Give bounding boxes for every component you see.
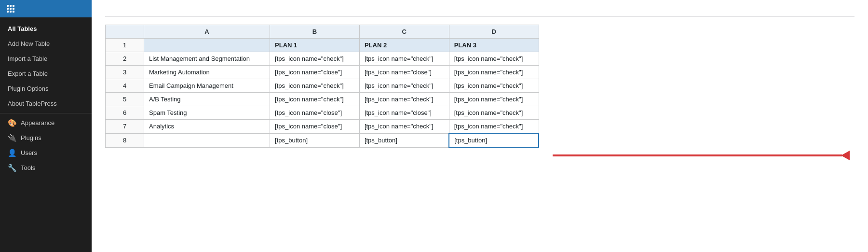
- table-cell[interactable]: [tps_button]: [359, 133, 449, 147]
- table-cell: List Management and Segmentation: [144, 52, 270, 66]
- main-content: ABCD 1PLAN 1PLAN 2PLAN 32List Management…: [92, 0, 868, 252]
- row-number-2: 2: [106, 52, 144, 66]
- row-number-7: 7: [106, 120, 144, 134]
- table-cell[interactable]: [tps_icon name="check"]: [449, 93, 539, 106]
- row-number-3: 3: [106, 66, 144, 79]
- col-header-a: A: [144, 25, 270, 39]
- table-content: ABCD 1PLAN 1PLAN 2PLAN 32List Management…: [105, 25, 539, 148]
- row-number-4: 4: [106, 79, 144, 93]
- arrow-head: [841, 151, 850, 160]
- table-row: 1PLAN 1PLAN 2PLAN 3: [106, 39, 539, 52]
- table-row: 4Email Campaign Management[tps_icon name…: [106, 79, 539, 93]
- table-cell[interactable]: [tps_icon name="check"]: [449, 79, 539, 93]
- sidebar-item-users[interactable]: 👤Users: [0, 145, 92, 160]
- sidebar-item-label-appearance: Appearance: [21, 119, 54, 126]
- sidebar-item-plugin-options[interactable]: Plugin Options: [0, 81, 92, 96]
- arrow-annotation: [105, 151, 854, 160]
- col-header-d: D: [449, 25, 539, 39]
- row-number-6: 6: [106, 106, 144, 120]
- table-row: 6Spam Testing[tps_icon name="close"][tps…: [106, 106, 539, 120]
- table-cell: [144, 39, 270, 52]
- table-cell[interactable]: [tps_icon name="close"]: [270, 66, 360, 79]
- arrow-line: [553, 154, 842, 156]
- sidebar-navigation: All TablesAdd New TableImport a TableExp…: [0, 17, 92, 252]
- sidebar-item-appearance[interactable]: 🎨Appearance: [0, 115, 92, 130]
- column-header-row: ABCD: [106, 25, 539, 39]
- sidebar: All TablesAdd New TableImport a TableExp…: [0, 0, 92, 252]
- sidebar-item-about-tablepress[interactable]: About TablePress: [0, 96, 92, 111]
- table-cell[interactable]: [tps_icon name="check"]: [449, 66, 539, 79]
- table-cell[interactable]: [tps_icon name="check"]: [270, 79, 360, 93]
- table-cell[interactable]: PLAN 3: [449, 39, 539, 52]
- sidebar-item-add-new-table[interactable]: Add New Table: [0, 36, 92, 51]
- table-cell: A/B Testing: [144, 93, 270, 106]
- tablepress-grid-icon: [7, 5, 14, 13]
- table-cell: Spam Testing: [144, 106, 270, 120]
- col-header-c: C: [359, 25, 449, 39]
- table-cell[interactable]: [tps_icon name="check"]: [359, 52, 449, 66]
- sidebar-brand[interactable]: [0, 0, 92, 17]
- table-cell[interactable]: [tps_icon name="check"]: [359, 79, 449, 93]
- sidebar-item-tools[interactable]: 🔧Tools: [0, 160, 92, 175]
- sidebar-item-label-tools: Tools: [21, 164, 35, 171]
- section-title: [105, 12, 854, 17]
- table-cell[interactable]: [tps_icon name="close"]: [270, 106, 360, 120]
- table-cell[interactable]: [tps_icon name="close"]: [359, 106, 449, 120]
- table-cell: Email Campaign Management: [144, 79, 270, 93]
- sidebar-item-plugins[interactable]: 🔌Plugins: [0, 130, 92, 145]
- table-cell: Marketing Automation: [144, 66, 270, 79]
- appearance-icon: 🎨: [8, 119, 17, 126]
- table-cell[interactable]: [tps_icon name="check"]: [449, 52, 539, 66]
- selected-cell[interactable]: [tps_button]: [449, 133, 539, 147]
- table-cell[interactable]: [tps_icon name="check"]: [359, 120, 449, 134]
- corner-header: [106, 25, 144, 39]
- table-cell[interactable]: [tps_icon name="check"]: [449, 120, 539, 134]
- sidebar-item-export-table[interactable]: Export a Table: [0, 66, 92, 81]
- row-number-8: 8: [106, 133, 144, 147]
- row-number-1: 1: [106, 39, 144, 52]
- tools-icon: 🔧: [8, 164, 17, 171]
- users-icon: 👤: [8, 149, 17, 156]
- table-cell: [144, 133, 270, 147]
- sidebar-item-label-users: Users: [21, 149, 37, 156]
- sidebar-item-all-tables[interactable]: All Tables: [0, 21, 92, 36]
- table-cell[interactable]: [tps_icon name="check"]: [270, 93, 360, 106]
- col-header-b: B: [270, 25, 360, 39]
- sidebar-divider: [0, 113, 92, 113]
- plugins-icon: 🔌: [8, 134, 17, 141]
- table-cell[interactable]: PLAN 2: [359, 39, 449, 52]
- sidebar-item-import-table[interactable]: Import a Table: [0, 51, 92, 66]
- table-cell[interactable]: PLAN 1: [270, 39, 360, 52]
- table-cell[interactable]: [tps_icon name="close"]: [270, 120, 360, 134]
- sidebar-item-label-plugins: Plugins: [21, 134, 41, 141]
- table-cell[interactable]: [tps_icon name="close"]: [359, 66, 449, 79]
- table-cell[interactable]: [tps_icon name="check"]: [359, 93, 449, 106]
- table-wrapper: ABCD 1PLAN 1PLAN 2PLAN 32List Management…: [105, 25, 854, 148]
- table-row: 2List Management and Segmentation[tps_ic…: [106, 52, 539, 66]
- table-cell: Analytics: [144, 120, 270, 134]
- table-row: 3Marketing Automation[tps_icon name="clo…: [106, 66, 539, 79]
- table-row: 8[tps_button][tps_button][tps_button]: [106, 133, 539, 147]
- table-cell[interactable]: [tps_button]: [270, 133, 360, 147]
- table-row: 5A/B Testing[tps_icon name="check"][tps_…: [106, 93, 539, 106]
- table-row: 7Analytics[tps_icon name="close"][tps_ic…: [106, 120, 539, 134]
- table-cell[interactable]: [tps_icon name="check"]: [449, 106, 539, 120]
- row-number-5: 5: [106, 93, 144, 106]
- table-cell[interactable]: [tps_icon name="check"]: [270, 52, 360, 66]
